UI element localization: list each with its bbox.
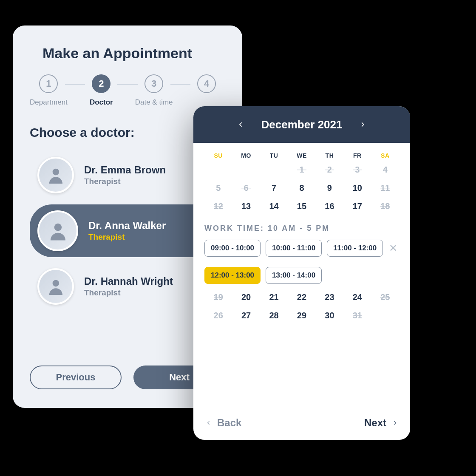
stepper: 1 Department 2 Doctor 3 Date & time 4 [30,74,225,107]
time-slot[interactable]: 09:00 - 10:00 [204,240,261,257]
doctor-role: Therapist [88,232,166,242]
calendar-day: 25 [371,292,399,302]
calendar-back-label: Back [217,417,241,429]
calendar-day: 12 [204,201,232,211]
svg-point-1 [54,223,62,231]
doctor-name: Dr. Emma Brown [84,164,166,176]
dow-label: TH [316,152,343,159]
next-month-button[interactable] [357,119,368,130]
calendar-card: December 2021 SU MO TU WE TH FR SA 12345… [193,106,410,440]
dow-label: WE [288,152,315,159]
step-number: 3 [144,74,163,93]
calendar-day[interactable]: 27 [232,311,260,320]
doctor-avatar-icon [37,210,78,251]
doctor-role: Therapist [84,177,166,186]
time-slot[interactable]: 13:00 - 14:00 [266,267,322,284]
calendar-day: 18 [371,201,399,211]
calendar-header: December 2021 [193,106,410,143]
dates-grid-bottom: 19202122232425262728293031 [204,292,399,320]
calendar-day[interactable]: 14 [260,201,288,211]
doctor-role: Therapist [84,288,173,298]
step-label: Date & time [135,98,173,107]
step-label: Doctor [90,98,113,107]
step-connector [117,84,137,85]
previous-button[interactable]: Previous [30,366,122,389]
calendar-day[interactable]: 9 [316,183,343,193]
dates-grid-top: 123456789101112131415161718 [204,165,399,211]
calendar-day[interactable]: 7 [260,183,288,193]
svg-point-2 [52,280,59,286]
dow-label: SU [204,152,232,159]
calendar-day: 2 [316,165,343,175]
step-connector [170,84,190,85]
calendar-day[interactable]: 15 [288,201,315,211]
chevron-right-icon [360,120,366,129]
dow-label: SA [371,152,399,159]
calendar-day[interactable]: 17 [343,201,371,211]
calendar-day[interactable]: 13 [232,201,260,211]
calendar-day: 31 [343,311,371,320]
calendar-day[interactable]: 10 [343,183,371,193]
calendar-day[interactable]: 23 [316,292,343,302]
work-time-label: WORK TIME: 10 AM - 5 PM [204,224,399,233]
step-four[interactable]: 4 [188,74,225,98]
calendar-day[interactable]: 29 [288,311,315,320]
calendar-day[interactable]: 30 [316,311,343,320]
dow-label: TU [260,152,288,159]
calendar-back-button[interactable]: Back [206,417,241,429]
step-number: 4 [197,74,216,93]
chevron-left-icon [238,120,244,129]
time-slots: 09:00 - 10:0010:00 - 11:0011:00 - 12:00✕… [204,240,399,284]
calendar-day: 4 [371,165,399,175]
doctor-name: Dr. Hannah Wright [84,275,173,287]
time-slot-selected[interactable]: 12:00 - 13:00 [204,267,261,284]
doctor-avatar-icon [37,157,74,193]
calendar-day: 6 [232,183,260,193]
day-of-week-header: SU MO TU WE TH FR SA [204,152,399,159]
calendar-day: 3 [343,165,371,175]
calendar-next-label: Next [364,417,386,429]
calendar-day: 19 [204,292,232,302]
calendar-day[interactable]: 24 [343,292,371,302]
calendar-footer: Back Next [193,408,410,440]
chevron-right-icon [392,419,397,427]
chevron-left-icon [206,419,211,427]
calendar-day[interactable]: 8 [288,183,315,193]
step-doctor[interactable]: 2 Doctor [82,74,120,107]
step-connector [65,84,85,85]
calendar-day: 1 [288,165,315,175]
dow-label: FR [343,152,371,159]
step-number: 1 [39,74,58,93]
calendar-day: 11 [371,183,399,193]
calendar-day[interactable]: 22 [288,292,315,302]
calendar-next-button[interactable]: Next [364,417,397,429]
calendar-day: 5 [204,183,232,193]
step-number: 2 [92,74,110,93]
calendar-day[interactable]: 16 [316,201,343,211]
time-slot[interactable]: 10:00 - 11:00 [266,240,322,257]
calendar-day[interactable]: 20 [232,292,260,302]
wizard-title: Make an Appointment [42,45,225,62]
svg-point-0 [52,168,59,175]
calendar-month-label: December 2021 [261,118,343,131]
calendar-day[interactable]: 28 [260,311,288,320]
doctor-avatar-icon [37,268,74,305]
close-icon[interactable]: ✕ [388,242,398,254]
prev-month-button[interactable] [235,119,247,130]
step-department[interactable]: 1 Department [30,74,68,107]
doctor-name: Dr. Anna Walker [88,220,166,232]
calendar-day: 26 [204,311,232,320]
calendar-day[interactable]: 21 [260,292,288,302]
time-slot[interactable]: 11:00 - 12:00 [327,240,383,257]
dow-label: MO [232,152,260,159]
step-label: Department [30,98,68,107]
step-date-time[interactable]: 3 Date & time [135,74,173,107]
